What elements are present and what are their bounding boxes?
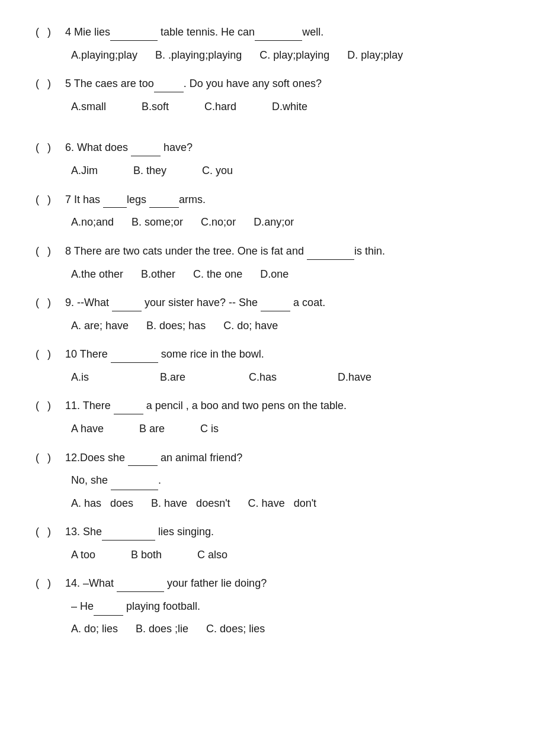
question-11: ( ) 11. There a pencil , a boo and two p… bbox=[36, 397, 509, 438]
option-13a: A too bbox=[71, 545, 95, 564]
option-6a: A.Jim bbox=[71, 161, 98, 180]
question-text-9: 9. --What your sister have? -- She a coa… bbox=[65, 294, 509, 311]
options-7: A.no;and B. some;or C.no;or D.any;or bbox=[71, 213, 509, 231]
sub-text-12: No, she . bbox=[71, 471, 509, 490]
question-9: ( ) 9. --What your sister have? -- She a… bbox=[36, 294, 509, 335]
option-7b: B. some;or bbox=[132, 213, 183, 231]
paren-close-8: ) bbox=[47, 245, 65, 258]
paren-open-11: ( bbox=[36, 400, 47, 412]
paren-open-4: ( bbox=[36, 26, 47, 38]
question-text-7: 7 It has legs arms. bbox=[65, 191, 509, 208]
question-text-4: 4 Mie lies table tennis. He canwell. bbox=[65, 24, 509, 41]
option-8c: C. the one bbox=[193, 265, 242, 284]
options-5: A.small B.soft C.hard D.white bbox=[71, 97, 509, 116]
paren-open-14: ( bbox=[36, 577, 47, 590]
question-text-12: 12.Does she an animal friend? bbox=[65, 449, 509, 467]
option-4c: C. play;playing bbox=[259, 46, 329, 65]
question-text-11: 11. There a pencil , a boo and two pens … bbox=[65, 397, 509, 414]
option-7d: D.any;or bbox=[254, 213, 294, 231]
option-8d: D.one bbox=[260, 265, 288, 284]
option-14a: A. do; lies bbox=[71, 619, 118, 638]
question-13: ( ) 13. She lies singing. A too B both C… bbox=[36, 523, 509, 564]
paren-close-12: ) bbox=[47, 452, 65, 464]
option-4b: B. .playing;playing bbox=[155, 46, 242, 65]
option-10a: A.is bbox=[71, 368, 142, 387]
options-8: A.the other B.other C. the one D.one bbox=[71, 265, 509, 284]
option-9b: B. does; has bbox=[146, 316, 206, 335]
option-12a: A. has does bbox=[71, 494, 133, 513]
paren-open-5: ( bbox=[36, 78, 47, 90]
option-13c: C also bbox=[197, 545, 227, 564]
option-13b: B both bbox=[131, 545, 162, 564]
option-12c: C. have don't bbox=[248, 494, 317, 513]
option-10b: B.are bbox=[160, 368, 231, 387]
paren-open-12: ( bbox=[36, 452, 47, 464]
paren-close-4: ) bbox=[47, 26, 65, 38]
option-5d: D.white bbox=[272, 97, 307, 116]
options-4: A.playing;play B. .playing;playing C. pl… bbox=[71, 46, 509, 65]
sub-text-14a: – He playing football. bbox=[71, 597, 509, 616]
paren-close-5: ) bbox=[47, 78, 65, 90]
paren-open-7: ( bbox=[36, 194, 47, 206]
question-text-6: 6. What does have? bbox=[65, 139, 509, 156]
option-10c: C.has bbox=[249, 368, 320, 387]
option-14c: C. does; lies bbox=[206, 619, 265, 638]
option-7a: A.no;and bbox=[71, 213, 114, 231]
option-5b: B.soft bbox=[142, 97, 169, 116]
option-6b: B. they bbox=[133, 161, 166, 180]
paren-open-10: ( bbox=[36, 348, 47, 361]
option-6c: C. you bbox=[202, 161, 233, 180]
paren-close-6: ) bbox=[47, 141, 65, 154]
option-11b: B are bbox=[139, 419, 165, 438]
option-11c: C is bbox=[200, 419, 219, 438]
question-8: ( ) 8 There are two cats under the tree.… bbox=[36, 243, 509, 284]
question-10: ( ) 10 There some rice in the bowl. A.is… bbox=[36, 346, 509, 387]
options-11: A have B are C is bbox=[71, 419, 509, 438]
question-text-5: 5 The caes are too. Do you have any soft… bbox=[65, 75, 509, 92]
paren-close-14: ) bbox=[47, 577, 65, 590]
option-9c: C. do; have bbox=[223, 316, 278, 335]
question-text-8: 8 There are two cats under the tree. One… bbox=[65, 243, 509, 260]
paren-close-9: ) bbox=[47, 297, 65, 309]
option-8a: A.the other bbox=[71, 265, 123, 284]
options-6: A.Jim B. they C. you bbox=[71, 161, 509, 180]
paren-open-9: ( bbox=[36, 297, 47, 309]
question-12: ( ) 12.Does she an animal friend? No, sh… bbox=[36, 449, 509, 513]
paren-close-13: ) bbox=[47, 526, 65, 538]
option-5c: C.hard bbox=[204, 97, 236, 116]
options-9: A. are; have B. does; has C. do; have bbox=[71, 316, 509, 335]
paren-close-11: ) bbox=[47, 400, 65, 412]
option-14b: B. does ;lie bbox=[136, 619, 188, 638]
options-14: A. do; lies B. does ;lie C. does; lies bbox=[71, 619, 509, 638]
option-4a: A.playing;play bbox=[71, 46, 137, 65]
options-10: A.is B.are C.has D.have bbox=[71, 368, 509, 387]
option-8b: B.other bbox=[141, 265, 175, 284]
question-7: ( ) 7 It has legs arms. A.no;and B. some… bbox=[36, 191, 509, 232]
question-4: ( ) 4 Mie lies table tennis. He canwell.… bbox=[36, 24, 509, 65]
paren-open-13: ( bbox=[36, 526, 47, 538]
option-10d: D.have bbox=[338, 368, 371, 387]
question-5: ( ) 5 The caes are too. Do you have any … bbox=[36, 75, 509, 116]
paren-close-7: ) bbox=[47, 194, 65, 206]
option-7c: C.no;or bbox=[201, 213, 236, 231]
paren-open-8: ( bbox=[36, 245, 47, 258]
options-12: A. has does B. have doesn't C. have don'… bbox=[71, 494, 509, 513]
option-9a: A. are; have bbox=[71, 316, 129, 335]
question-14: ( ) 14. –What your father lie doing? – H… bbox=[36, 575, 509, 639]
option-11a: A have bbox=[71, 419, 104, 438]
paren-close-10: ) bbox=[47, 348, 65, 361]
options-13: A too B both C also bbox=[71, 545, 509, 564]
paren-open-6: ( bbox=[36, 141, 47, 154]
question-text-14: 14. –What your father lie doing? bbox=[65, 575, 509, 592]
question-6: ( ) 6. What does have? A.Jim B. they C. … bbox=[36, 139, 509, 180]
option-4d: D. play;play bbox=[347, 46, 403, 65]
question-text-10: 10 There some rice in the bowl. bbox=[65, 346, 509, 363]
question-text-13: 13. She lies singing. bbox=[65, 523, 509, 541]
option-12b: B. have doesn't bbox=[151, 494, 230, 513]
option-5a: A.small bbox=[71, 97, 106, 116]
